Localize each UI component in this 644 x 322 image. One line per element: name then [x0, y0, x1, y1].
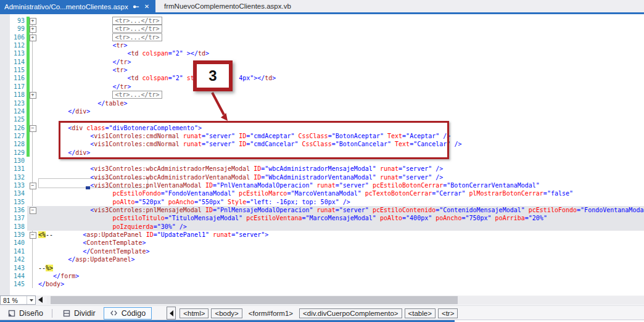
line-number: 135	[9, 198, 25, 206]
line-number: 112	[9, 41, 25, 49]
code-line[interactable]: poIzquierda="30%" />	[112, 223, 186, 231]
fold-expand-toggle[interactable]: +	[30, 18, 36, 25]
collapsed-region-box[interactable]: <tr>...</tr>	[112, 33, 162, 41]
scroll-left-arrow[interactable]	[38, 297, 43, 303]
change-tracking-bar	[27, 74, 30, 82]
line-number: 140	[9, 239, 25, 247]
fold-collapse-toggle[interactable]: −	[30, 125, 36, 132]
line-number: 141	[9, 247, 25, 255]
annotation-step-badge: 3	[193, 60, 233, 91]
line-number: 133	[9, 181, 25, 189]
code-line[interactable]: pcEstiloFondo="FondoVentanaModal" pcEsti…	[112, 189, 573, 197]
tag-navigator-scroll-left[interactable]	[167, 307, 176, 320]
line-number: 137	[9, 214, 25, 222]
code-line[interactable]: <vis3Controles:wbcAdministradorMensajeMo…	[90, 165, 443, 173]
code-line[interactable]: pcEstiloTitulo="TituloMensajeModal" pcEs…	[112, 214, 547, 222]
change-tracking-bar	[27, 41, 30, 49]
collapsed-region-box[interactable]: <tr>...</tr>	[112, 91, 162, 99]
fold-collapse-toggle[interactable]: −	[30, 232, 36, 239]
code-line[interactable]: </tr>	[112, 58, 131, 66]
code-line[interactable]: <ContentTemplate>	[83, 239, 146, 247]
line-number: 99	[9, 25, 25, 33]
code-line[interactable]: <vis3Controles:wbcAdministradorVentanaMo…	[90, 173, 443, 181]
change-tracking-bar	[27, 107, 30, 115]
code-line[interactable]: <tr>...</tr>	[112, 91, 162, 99]
code-line[interactable]: </tr>	[112, 83, 131, 91]
fold-expand-toggle[interactable]: +	[30, 26, 36, 33]
code-line[interactable]: <tr>...</tr>	[112, 25, 162, 33]
fold-expand-toggle[interactable]: +	[30, 92, 36, 99]
smart-tag-indicator[interactable]	[86, 186, 90, 189]
annotation-step-label: 3	[208, 67, 217, 85]
line-number: 138	[9, 223, 25, 231]
tag-navigator-html[interactable]: <html>	[180, 308, 208, 318]
code-line[interactable]: <tr>...</tr>	[112, 17, 162, 25]
code-line[interactable]: </div>	[68, 107, 90, 115]
tag-navigator-table[interactable]: <table>	[405, 308, 436, 318]
tab-active-aspx[interactable]: Administrativo/Co...mentoClientes.aspx ✕	[0, 0, 155, 14]
change-tracking-bar	[27, 83, 30, 91]
line-number: 118	[9, 91, 25, 99]
line-number: 127	[9, 132, 25, 140]
horizontal-scrollbar-track[interactable]	[47, 296, 644, 304]
change-tracking-bar	[27, 149, 30, 157]
code-line[interactable]: poAlto="520px" poAncho="550px" Style="le…	[112, 198, 350, 206]
line-number: 142	[9, 255, 25, 263]
change-tracking-bar	[27, 49, 30, 57]
change-tracking-bar	[27, 115, 30, 123]
fold-collapse-toggle[interactable]: −	[30, 183, 36, 189]
code-line[interactable]: <vis3Controles:pnlMensajeModal ID="PnlMe…	[90, 206, 644, 214]
code-line[interactable]: <tr>	[112, 41, 127, 49]
design-view-button[interactable]: Diseño	[2, 307, 49, 320]
tag-navigator-div[interactable]: <div.divCuerpoComplemento>	[299, 308, 402, 318]
tab-inactive-vb[interactable]: frmNuevoComplementoClientes.aspx.vb	[155, 0, 300, 12]
zoom-level-value: 81 %	[3, 297, 18, 304]
code-line[interactable]: <vis3Controles:pnlVentanaModal ID="PnlVe…	[90, 181, 540, 189]
zoom-level-select[interactable]: 81 %	[0, 295, 36, 305]
pin-icon[interactable]	[133, 4, 139, 10]
code-view-button[interactable]: Código	[104, 307, 152, 320]
line-number: 143	[9, 264, 25, 272]
change-tracking-bar	[27, 58, 30, 66]
horizontal-scrollbar-thumb[interactable]	[51, 296, 458, 304]
line-number: 134	[9, 189, 25, 197]
line-number: 128	[9, 140, 25, 148]
change-tracking-bar	[27, 140, 30, 148]
line-number: 93	[9, 17, 25, 25]
tag-navigator-form[interactable]: <form#form1>	[245, 308, 297, 318]
code-line[interactable]: <tr>	[112, 66, 127, 74]
code-line[interactable]: <tr>...</tr>	[112, 33, 162, 41]
split-view-icon	[63, 310, 70, 317]
code-line[interactable]: <%-- <asp:UpdatePanel ID="UpdatePanel1" …	[38, 231, 268, 239]
code-view-icon	[110, 310, 118, 316]
change-tracking-bar	[27, 66, 30, 74]
code-line[interactable]: </table>	[97, 99, 127, 107]
design-view-icon	[8, 310, 15, 317]
toolbar-separator	[52, 309, 52, 318]
tab-title: frmNuevoComplementoClientes.aspx.vb	[164, 2, 291, 10]
line-number: 124	[9, 107, 25, 115]
split-view-button[interactable]: Dividir	[57, 307, 102, 320]
line-number: 123	[9, 99, 25, 107]
line-number: 106	[9, 33, 25, 41]
close-icon[interactable]: ✕	[144, 3, 149, 10]
chevron-down-icon[interactable]	[27, 296, 35, 304]
code-line[interactable]: <td colspan="2" ></td>	[127, 49, 209, 57]
collapsed-region-box[interactable]: <tr>...</tr>	[112, 25, 162, 33]
change-tracking-bar	[27, 132, 30, 140]
code-line[interactable]: </body>	[38, 280, 64, 288]
fold-expand-toggle[interactable]: +	[30, 35, 36, 41]
tag-navigator-tr[interactable]: <tr>	[438, 308, 458, 318]
fold-collapse-toggle[interactable]: −	[30, 207, 36, 214]
annotation-rectangle	[59, 121, 449, 159]
code-line[interactable]: --%>	[38, 264, 53, 272]
code-line[interactable]: </ContentTemplate>	[83, 247, 149, 255]
line-number: 144	[9, 272, 25, 280]
view-switcher-toolbar: Diseño Dividir Código <html> <body> <for…	[0, 305, 644, 320]
code-line[interactable]: </asp:UpdatePanel>	[68, 255, 134, 263]
code-line[interactable]: </form>	[53, 272, 79, 280]
line-number: 113	[9, 49, 25, 57]
tag-navigator-body[interactable]: <body>	[211, 308, 242, 318]
collapsed-region-box[interactable]: <tr>...</tr>	[112, 17, 162, 25]
vs-editor-window: Administrativo/Co...mentoClientes.aspx ✕…	[0, 0, 644, 322]
